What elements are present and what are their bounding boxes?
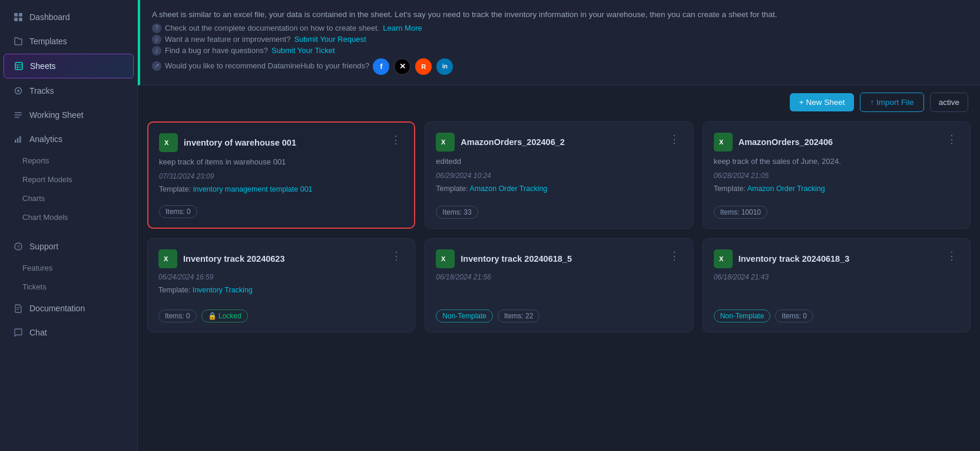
sidebar-sub-charts[interactable]: Charts: [4, 189, 134, 208]
sidebar-sub-chart-models[interactable]: Chart Models: [4, 208, 134, 226]
banner-row-3-text: Find a bug or have questions?: [165, 46, 268, 55]
template-link[interactable]: Amazon Order Tracking: [469, 185, 547, 193]
card-menu-button[interactable]: ⋮: [389, 249, 404, 262]
sidebar-item-support[interactable]: ? Support: [4, 235, 134, 258]
template-link[interactable]: Amazon Order Tracking: [747, 185, 825, 193]
share-icon: ↗: [152, 61, 161, 71]
card-menu-button[interactable]: ⋮: [667, 249, 682, 262]
sidebar-item-label: Templates: [29, 37, 67, 46]
card-header: X AmazonOrders_202406 ⋮: [714, 133, 959, 152]
card-template: Template: inventory management template …: [159, 185, 403, 193]
submit-ticket-link[interactable]: Submit Your Ticket: [272, 46, 335, 55]
reddit-button[interactable]: R: [415, 58, 432, 75]
items-badge: Items: 10010: [714, 206, 767, 219]
locked-badge: 🔒 Locked: [201, 310, 248, 322]
sheet-card-3[interactable]: X AmazonOrders_202406 ⋮ keep track of th…: [703, 121, 971, 229]
card-date: 07/31/2024 23:09: [159, 172, 403, 180]
toolbar: + New Sheet ↑ Import File active: [138, 85, 980, 119]
card-menu-button[interactable]: ⋮: [944, 133, 959, 146]
svg-text:?: ?: [17, 244, 20, 250]
new-sheet-label: + New Sheet: [799, 98, 845, 107]
new-sheet-button[interactable]: + New Sheet: [790, 93, 855, 111]
active-button[interactable]: active: [930, 93, 968, 112]
card-badges: Items: 0: [159, 205, 403, 218]
sidebar-item-analytics[interactable]: Analytics: [4, 127, 134, 151]
sidebar-item-tracks[interactable]: Tracks: [4, 79, 134, 103]
facebook-button[interactable]: f: [373, 58, 389, 75]
social-icons: f ✕ R in: [373, 58, 453, 75]
card-description: keep track of items in warehouse 001: [159, 157, 403, 167]
excel-icon: X: [158, 249, 177, 268]
linkedin-button[interactable]: in: [436, 58, 453, 75]
card-menu-button[interactable]: ⋮: [667, 133, 682, 146]
twitter-x-button[interactable]: ✕: [394, 58, 410, 75]
sheet-card-2[interactable]: X AmazonOrders_202406_2 ⋮ editedd 06/29/…: [425, 121, 693, 229]
sheet-card-4[interactable]: X Inventory track 20240623 ⋮ 06/24/2024 …: [147, 238, 415, 333]
banner-row-1: ? Check out the complete documentation o…: [152, 24, 966, 33]
non-template-badge: Non-Template: [714, 310, 771, 322]
banner-row-4: ↗ Would you like to recommend DatamineHu…: [152, 57, 966, 75]
sidebar-item-label: Documentation: [29, 304, 85, 313]
analytics-icon: [13, 134, 24, 144]
sidebar-item-sheets[interactable]: Sheets: [4, 54, 134, 78]
sidebar-item-working-sheet[interactable]: Working Sheet: [4, 103, 134, 127]
sidebar-item-chat[interactable]: Chat: [4, 321, 134, 344]
svg-text:X: X: [164, 255, 168, 262]
sidebar-item-label: Analytics: [29, 134, 62, 144]
svg-rect-4: [15, 62, 22, 70]
items-badge: Items: 33: [436, 206, 478, 219]
template-link[interactable]: inventory management template 001: [193, 185, 313, 193]
active-label: active: [939, 98, 959, 107]
card-header: X Inventory track 20240623 ⋮: [158, 249, 404, 268]
sidebar-item-documentation[interactable]: Documentation: [4, 297, 134, 320]
sidebar-sub-reports[interactable]: Reports: [4, 152, 134, 170]
sidebar-item-label: Tracks: [29, 86, 54, 96]
excel-icon: X: [436, 249, 455, 268]
sidebar-sub-features[interactable]: Features: [4, 259, 134, 277]
templates-icon: [13, 36, 24, 47]
excel-icon: X: [714, 249, 733, 268]
sheet-card-1[interactable]: X inventory of warehouse 001 ⋮ keep trac…: [147, 121, 415, 229]
sidebar: Dashboard Templates Sheets: [0, 0, 138, 451]
import-file-button[interactable]: ↑ Import File: [860, 93, 923, 112]
sidebar-sub-report-models[interactable]: Report Models: [4, 170, 134, 189]
card-menu-button[interactable]: ⋮: [388, 133, 403, 146]
card-title-row: X AmazonOrders_202406: [714, 133, 833, 152]
features-label: Features: [22, 264, 52, 272]
card-menu-button[interactable]: ⋮: [944, 249, 959, 262]
sidebar-sub-tickets[interactable]: Tickets: [4, 278, 134, 296]
sidebar-item-label: Working Sheet: [29, 110, 84, 120]
sheet-card-5[interactable]: X Inventory track 20240618_5 ⋮ 06/18/202…: [425, 238, 693, 333]
svg-rect-0: [14, 13, 18, 17]
card-date: 06/24/2024 16:59: [158, 273, 404, 281]
svg-rect-3: [19, 18, 22, 21]
info-icon-3: i: [152, 46, 161, 55]
cards-grid: X inventory of warehouse 001 ⋮ keep trac…: [147, 121, 971, 333]
sidebar-item-templates[interactable]: Templates: [4, 29, 134, 53]
sheet-card-6[interactable]: X Inventory track 20240618_3 ⋮ 06/18/202…: [703, 238, 971, 333]
excel-icon: X: [436, 133, 455, 152]
card-name: AmazonOrders_202406_2: [461, 137, 565, 147]
card-date: 06/29/2024 10:24: [436, 172, 681, 180]
card-badges: Items: 10010: [714, 206, 959, 219]
banner-row-2-text: Want a new feature or improvement?: [165, 35, 290, 44]
svg-text:X: X: [164, 139, 169, 146]
card-date: 06/18/2024 21:56: [436, 273, 681, 281]
card-badges: Items: 33: [436, 206, 681, 219]
sidebar-item-dashboard[interactable]: Dashboard: [4, 5, 134, 29]
sheets-icon: [14, 61, 24, 71]
svg-text:X: X: [441, 255, 446, 262]
card-name: Inventory track 20240618_3: [739, 254, 850, 264]
sidebar-item-label: Sheets: [30, 61, 56, 71]
svg-rect-2: [14, 18, 18, 21]
working-sheet-icon: [13, 110, 24, 120]
info-banner: A sheet is similar to an excel file, you…: [138, 0, 980, 85]
sidebar-item-label: Chat: [29, 328, 47, 337]
card-date: 06/28/2024 21:05: [714, 172, 959, 180]
learn-more-link[interactable]: Learn More: [383, 24, 422, 32]
submit-request-link[interactable]: Submit Your Request: [294, 35, 366, 44]
card-header: X Inventory track 20240618_5 ⋮: [436, 249, 681, 268]
template-link[interactable]: Inventory Tracking: [193, 286, 253, 294]
card-name: Inventory track 20240618_5: [461, 254, 572, 264]
card-name: AmazonOrders_202406: [739, 137, 833, 147]
